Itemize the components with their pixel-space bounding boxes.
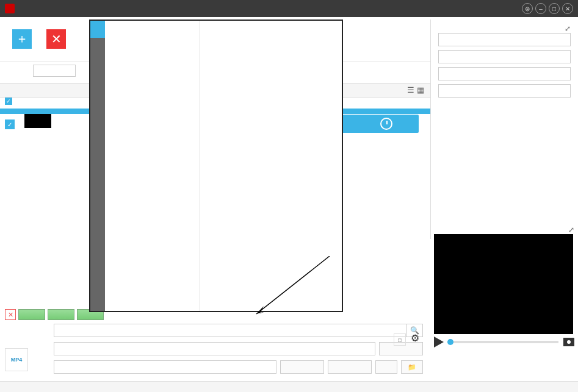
- format-list: [200, 21, 342, 311]
- close-button[interactable]: ✕: [562, 3, 573, 14]
- minimize-button[interactable]: –: [535, 3, 546, 14]
- clip-segment[interactable]: [18, 309, 45, 320]
- device-list: [105, 21, 200, 311]
- preview-expand-icon[interactable]: ⤢: [568, 226, 574, 234]
- status-bar: [0, 381, 578, 392]
- seek-slider[interactable]: [447, 341, 558, 343]
- title-bar: ⊜ – □ ✕: [0, 0, 578, 17]
- row-checkbox[interactable]: ✓: [5, 119, 15, 129]
- profile-panel: ⤢: [430, 20, 578, 239]
- maximize-button[interactable]: □: [549, 3, 560, 14]
- app-logo-icon: [5, 4, 15, 13]
- file-name-input[interactable]: [438, 33, 571, 46]
- audio-row: [0, 65, 98, 77]
- video-quality-select[interactable]: [438, 67, 571, 80]
- clip-segment[interactable]: [48, 309, 74, 320]
- row-status-pill: [339, 115, 419, 133]
- add-button[interactable]: ＋: [5, 27, 39, 52]
- play-button[interactable]: [434, 337, 444, 347]
- open-button[interactable]: [328, 360, 372, 374]
- options-round-icon[interactable]: ⊜: [522, 3, 533, 14]
- profile-select[interactable]: [54, 342, 375, 355]
- select-all-checkbox[interactable]: ✓: [5, 98, 12, 105]
- preview-controls: [434, 337, 574, 347]
- browse-button[interactable]: [280, 360, 324, 374]
- video-size-select[interactable]: [438, 50, 571, 63]
- flyout-tabs: [90, 21, 105, 311]
- audio-quality-select[interactable]: [438, 84, 571, 98]
- clock-icon: [380, 118, 392, 130]
- destination-input[interactable]: [54, 360, 276, 374]
- mp4-icon: MP4: [5, 348, 28, 371]
- remove-button[interactable]: ✕: [39, 27, 73, 52]
- amd-app-badge: ◘: [394, 333, 406, 346]
- settings-icon[interactable]: ⚙: [411, 332, 424, 346]
- remove-icon: ✕: [46, 29, 66, 49]
- audio-input[interactable]: [33, 65, 76, 77]
- expand-icon[interactable]: ⤢: [565, 24, 571, 33]
- tab-device[interactable]: [90, 21, 105, 38]
- search-input[interactable]: [54, 324, 407, 337]
- snapshot-button[interactable]: [563, 338, 574, 346]
- queue-button[interactable]: [375, 360, 397, 374]
- preview-panel: ⤢: [434, 226, 574, 347]
- clip-remove-icon[interactable]: ✕: [5, 309, 16, 320]
- view-toggle[interactable]: ☰ ▦: [407, 85, 424, 94]
- folder-button[interactable]: 📁: [401, 360, 423, 374]
- format-flyout: [89, 20, 343, 312]
- bottom-panel: ✕ 🔍 📁: [0, 305, 428, 381]
- add-icon: ＋: [12, 29, 32, 49]
- tab-multimedia[interactable]: [90, 38, 105, 311]
- preview-screen: [434, 234, 573, 334]
